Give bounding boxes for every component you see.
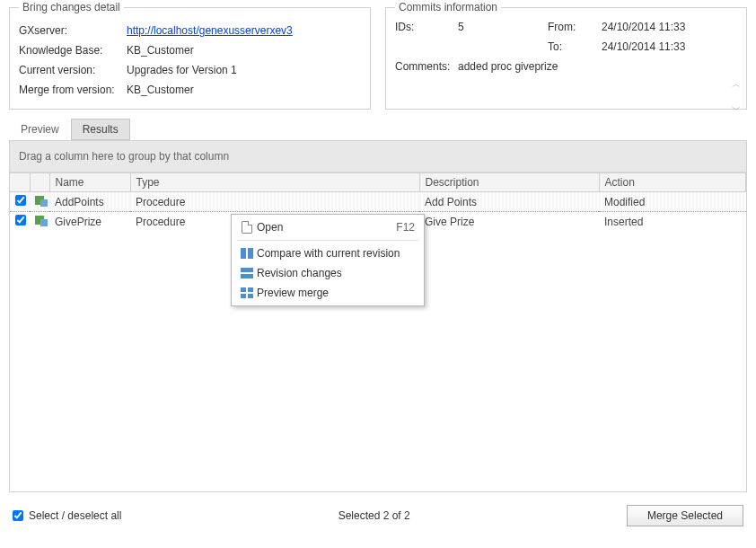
cell-description: Add Points (419, 192, 599, 212)
to-label: To: (548, 40, 602, 53)
compare-icon (237, 248, 257, 259)
menu-open[interactable]: Open F12 (233, 217, 422, 237)
kb-value: KB_Customer (127, 44, 194, 57)
scroll-down-icon[interactable]: ﹀ (732, 103, 741, 116)
col-icon[interactable] (30, 173, 49, 192)
col-action[interactable]: Action (599, 173, 746, 192)
group-by-bar[interactable]: Drag a column here to group by that colu… (10, 141, 746, 172)
procedure-icon (35, 194, 48, 207)
menu-preview-merge-label: Preview merge (257, 287, 415, 299)
menu-separator (237, 240, 418, 241)
merge-from-label: Merge from version: (19, 84, 127, 96)
from-label: From: (548, 21, 602, 33)
cell-action: Modified (599, 192, 746, 212)
context-menu: Open F12 Compare with current revision R… (231, 214, 425, 306)
select-all-checkbox[interactable] (13, 510, 23, 521)
comments-label: Comments: (395, 60, 458, 73)
menu-open-label: Open (257, 221, 396, 234)
merge-selected-button[interactable]: Merge Selected (627, 505, 743, 526)
selection-status: Selected 2 of 2 (121, 509, 627, 522)
select-all-label: Select / deselect all (29, 509, 121, 522)
document-icon (237, 221, 257, 234)
merge-icon (237, 287, 257, 298)
gxserver-link[interactable]: http://localhost/genexusserverxev3 (127, 24, 293, 37)
version-label: Current version: (19, 64, 127, 76)
tab-results[interactable]: Results (71, 119, 130, 140)
comments-value: added proc giveprize (458, 60, 737, 73)
cell-type: Procedure (130, 192, 419, 212)
commits-info-legend: Commits information (395, 1, 501, 13)
revision-icon (237, 268, 257, 278)
cell-description: Give Prize (419, 212, 599, 232)
footer-bar: Select / deselect all Selected 2 of 2 Me… (0, 501, 756, 535)
kb-label: Knowledge Base: (19, 44, 127, 57)
menu-preview-merge[interactable]: Preview merge (233, 283, 422, 303)
menu-compare-label: Compare with current revision (257, 247, 415, 260)
tab-bar: Preview Results (0, 113, 756, 140)
row-checkbox[interactable] (15, 215, 26, 225)
to-value: 24/10/2014 11:33 (602, 40, 737, 53)
tab-preview[interactable]: Preview (9, 119, 71, 140)
menu-compare[interactable]: Compare with current revision (233, 243, 422, 263)
menu-open-shortcut: F12 (396, 221, 415, 234)
merge-from-value: KB_Customer (127, 84, 194, 96)
bring-changes-panel: Bring changes detail GXserver: http://lo… (9, 7, 371, 110)
row-checkbox[interactable] (15, 195, 26, 206)
col-type[interactable]: Type (130, 173, 419, 192)
cell-name: GivePrize (49, 212, 130, 232)
bring-changes-legend: Bring changes detail (19, 1, 124, 13)
from-value: 24/10/2014 11:33 (602, 21, 737, 33)
results-panel: Drag a column here to group by that colu… (9, 140, 747, 492)
table-row[interactable]: AddPoints Procedure Add Points Modified (10, 192, 746, 212)
commits-info-panel: Commits information IDs: 5 From: 24/10/2… (385, 7, 747, 110)
gxserver-label: GXserver: (19, 24, 127, 37)
menu-revision-label: Revision changes (257, 267, 415, 279)
col-description[interactable]: Description (419, 173, 599, 192)
ids-label: IDs: (395, 21, 458, 33)
version-value: Upgrades for Version 1 (127, 64, 237, 76)
ids-value: 5 (458, 21, 548, 33)
col-checkbox[interactable] (10, 173, 30, 192)
menu-revision[interactable]: Revision changes (233, 263, 422, 283)
procedure-icon (35, 214, 48, 226)
scroll-up-icon[interactable]: ︿ (732, 78, 741, 91)
cell-name: AddPoints (49, 192, 130, 212)
cell-action: Inserted (599, 212, 746, 232)
col-name[interactable]: Name (49, 173, 130, 192)
